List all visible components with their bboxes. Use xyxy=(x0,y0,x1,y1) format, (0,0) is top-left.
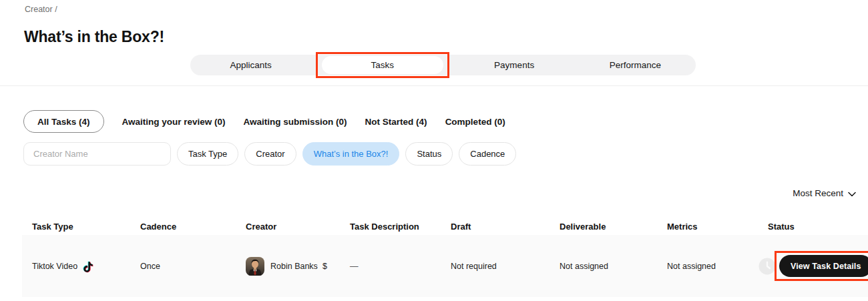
cell-deliverable: Not assigned xyxy=(560,262,667,271)
main-tabbar: Applicants Tasks Payments Performance xyxy=(190,55,696,75)
cell-metrics: Not assigned xyxy=(667,262,768,271)
cell-draft: Not required xyxy=(451,262,560,271)
column-header-status: Status xyxy=(768,222,868,232)
column-header-cadence: Cadence xyxy=(140,222,246,232)
creator-paid-badge: $ xyxy=(322,262,327,271)
tiktok-icon xyxy=(82,261,94,273)
table-header-row: Task Type Cadence Creator Task Descripti… xyxy=(0,218,868,235)
creator-name: Robin Banks xyxy=(270,262,318,271)
page-title: What’s in the Box?! xyxy=(24,28,164,46)
column-header-task-type: Task Type xyxy=(32,222,140,232)
task-type-label: Tiktok Video xyxy=(32,262,77,271)
chip-task-type[interactable]: Task Type xyxy=(177,142,238,166)
tab-payments[interactable]: Payments xyxy=(454,55,575,75)
task-status-filter-tabs: All Tasks (4) Awaiting your review (0) A… xyxy=(23,109,505,133)
filter-chip-row: Task Type Creator What’s in the Box?! St… xyxy=(23,142,516,166)
cell-task-description: — xyxy=(350,262,451,271)
avatar xyxy=(246,257,264,276)
column-header-draft: Draft xyxy=(451,222,560,232)
tab-applicants[interactable]: Applicants xyxy=(190,55,311,75)
chip-campaign-whats-in-the-box[interactable]: What’s in the Box?! xyxy=(302,142,400,166)
creator-name-input[interactable] xyxy=(23,142,171,166)
cell-cadence: Once xyxy=(140,262,246,271)
clock-icon xyxy=(758,258,776,275)
chip-cadence[interactable]: Cadence xyxy=(459,142,516,166)
view-task-details-button[interactable]: View Task Details xyxy=(779,255,868,277)
breadcrumb[interactable]: Creator / xyxy=(25,5,57,14)
section-divider xyxy=(0,85,868,86)
tab-tasks[interactable]: Tasks xyxy=(322,56,443,74)
cell-status: View Task Details xyxy=(758,255,868,277)
table-row: Tiktok Video Once Robin Banks $ — xyxy=(22,235,868,297)
cell-task-type: Tiktok Video xyxy=(32,260,140,273)
column-header-task-description: Task Description xyxy=(350,222,451,232)
filter-tab-awaiting-review[interactable]: Awaiting your review (0) xyxy=(122,117,226,127)
filter-tab-completed[interactable]: Completed (0) xyxy=(445,117,505,127)
column-header-deliverable: Deliverable xyxy=(560,222,667,232)
cell-creator: Robin Banks $ xyxy=(246,257,350,276)
filter-tab-all-tasks[interactable]: All Tasks (4) xyxy=(23,110,104,133)
column-header-metrics: Metrics xyxy=(667,222,768,232)
column-header-creator: Creator xyxy=(246,222,350,232)
sort-dropdown[interactable]: Most Recent xyxy=(793,188,856,198)
tab-tasks-label: Tasks xyxy=(371,60,395,70)
chip-creator[interactable]: Creator xyxy=(244,142,296,166)
chevron-down-icon xyxy=(848,192,856,197)
filter-tab-not-started[interactable]: Not Started (4) xyxy=(365,117,427,127)
tab-performance[interactable]: Performance xyxy=(575,55,696,75)
sort-label: Most Recent xyxy=(793,188,843,198)
chip-status[interactable]: Status xyxy=(405,142,453,166)
filter-tab-awaiting-submission[interactable]: Awaiting submission (0) xyxy=(244,117,347,127)
